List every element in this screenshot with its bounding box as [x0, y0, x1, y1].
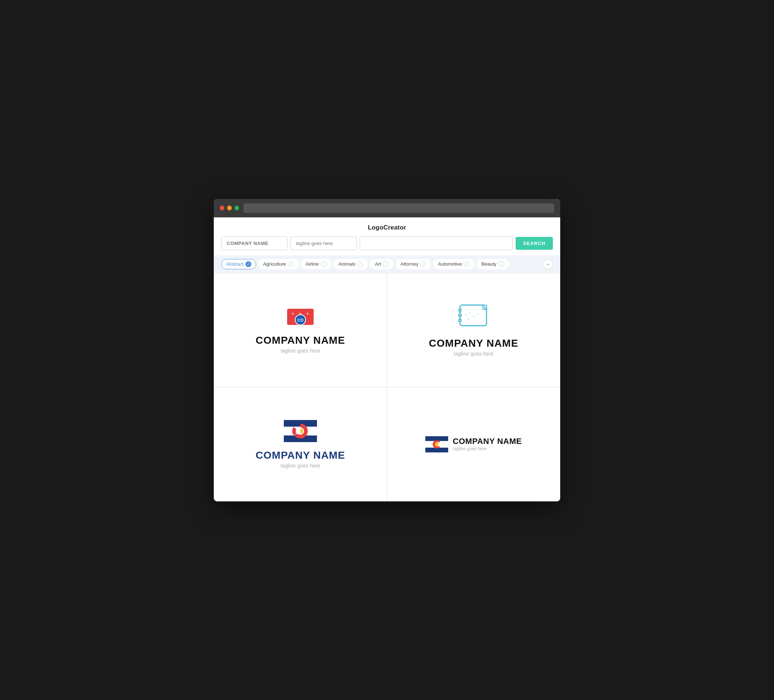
search-bar: SEARCH	[214, 236, 560, 255]
logo-card-3[interactable]: COMPANY NAME tagline goes here	[214, 387, 387, 502]
logo-card-2[interactable]: COMPANY NAME tagline goes here	[387, 273, 560, 387]
filter-airline-label: Airline	[306, 261, 319, 267]
app-title: LogoCreator	[214, 217, 560, 236]
svg-point-10	[465, 314, 467, 315]
filter-agriculture[interactable]: Agriculture ✓	[258, 259, 299, 269]
logo-4-text: COMPANY NAME tagline goes here	[453, 437, 521, 451]
traffic-lights	[220, 206, 239, 210]
filter-attorney[interactable]: Attorney ✓	[396, 259, 431, 269]
filter-beauty-check: ✓	[498, 261, 504, 267]
logo-1-tagline: tagline goes here	[281, 348, 320, 354]
filter-attorney-label: Attorney	[401, 261, 418, 267]
filter-next-button[interactable]: →	[542, 259, 553, 269]
filter-animals-label: Animals	[338, 261, 355, 267]
filter-airline-check: ✓	[321, 261, 327, 267]
minimize-button[interactable]	[227, 206, 232, 210]
logo-3-tagline: tagline goes here	[281, 463, 320, 469]
app-content: LogoCreator SEARCH Abstract ✓ Agricultur…	[214, 217, 560, 502]
filter-airline[interactable]: Airline ✓	[301, 259, 331, 269]
logo-grid: ★ ★ ★ CO COMPANY NAME tagline goes here	[214, 273, 560, 502]
filter-automotive[interactable]: Automotive ✓	[433, 259, 475, 269]
filter-automotive-check: ✓	[464, 261, 470, 267]
logo-icon-badge: ★ ★ ★ CO	[287, 307, 314, 329]
filter-animals[interactable]: Animals ✓	[334, 259, 368, 269]
company-name-input[interactable]	[221, 236, 288, 250]
svg-point-12	[473, 316, 475, 317]
close-button[interactable]	[220, 206, 225, 210]
logo-4-company: COMPANY NAME	[453, 437, 521, 446]
logo-4-inline: COMPANY NAME tagline goes here	[425, 436, 521, 452]
tagline-input[interactable]	[290, 236, 357, 250]
logo-2-tagline: tagline goes here	[454, 351, 493, 357]
svg-point-13	[476, 313, 478, 315]
filter-agriculture-label: Agriculture	[263, 261, 286, 267]
filter-beauty-label: Beauty	[481, 261, 496, 267]
logo-card-1[interactable]: ★ ★ ★ CO COMPANY NAME tagline goes here	[214, 273, 387, 387]
filter-art-label: Art	[375, 261, 381, 267]
filter-attorney-check: ✓	[420, 261, 426, 267]
filter-agriculture-check: ✓	[288, 261, 294, 267]
svg-point-23	[435, 442, 439, 446]
url-bar[interactable]	[244, 203, 554, 213]
filter-animals-check: ✓	[357, 261, 363, 267]
filter-art-check: ✓	[383, 261, 389, 267]
logo-icon-notebook	[457, 304, 490, 332]
logo-icon-flag	[284, 420, 317, 444]
svg-text:★: ★	[291, 312, 294, 315]
logo-3-company: COMPANY NAME	[256, 449, 346, 461]
filter-abstract-label: Abstract	[226, 261, 244, 267]
maximize-button[interactable]	[235, 206, 239, 210]
browser-window: LogoCreator SEARCH Abstract ✓ Agricultur…	[214, 199, 560, 502]
browser-chrome	[214, 199, 560, 217]
logo-4-tagline: tagline goes here	[453, 446, 521, 451]
svg-text:★: ★	[306, 312, 309, 315]
logo-2-company: COMPANY NAME	[429, 337, 519, 349]
logo-card-4[interactable]: COMPANY NAME tagline goes here	[387, 387, 560, 502]
extra-search-input[interactable]	[360, 236, 513, 250]
filter-abstract[interactable]: Abstract ✓	[221, 259, 256, 269]
filter-art[interactable]: Art ✓	[370, 259, 394, 269]
search-button[interactable]: SEARCH	[516, 237, 553, 250]
svg-text:CO: CO	[298, 318, 304, 322]
logo-1-company: COMPANY NAME	[256, 335, 346, 346]
svg-point-14	[467, 318, 469, 320]
filter-bar: Abstract ✓ Agriculture ✓ Airline ✓ Anima…	[214, 255, 560, 273]
filter-automotive-label: Automotive	[438, 261, 462, 267]
filter-beauty[interactable]: Beauty ✓	[476, 259, 509, 269]
svg-point-11	[469, 312, 471, 314]
filter-abstract-check: ✓	[245, 261, 251, 267]
